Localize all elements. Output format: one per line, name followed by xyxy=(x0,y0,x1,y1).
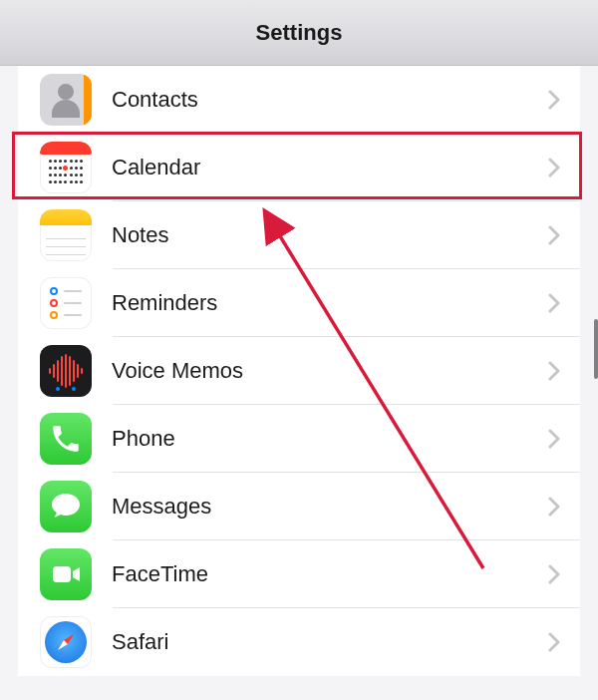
svg-point-10 xyxy=(72,387,76,391)
notes-icon xyxy=(40,209,92,261)
row-phone[interactable]: Phone xyxy=(18,405,580,473)
voice-memos-icon xyxy=(40,345,92,397)
page-title: Settings xyxy=(256,20,343,46)
chevron-right-icon xyxy=(548,90,560,110)
contacts-icon xyxy=(40,74,92,126)
row-label: Safari xyxy=(112,629,548,655)
row-calendar[interactable]: Calendar xyxy=(18,134,580,201)
chevron-right-icon xyxy=(548,361,560,381)
svg-rect-11 xyxy=(53,566,71,582)
chevron-right-icon xyxy=(548,497,560,517)
row-facetime[interactable]: FaceTime xyxy=(18,540,580,608)
phone-icon xyxy=(40,413,92,465)
header: Settings xyxy=(0,0,598,66)
row-contacts[interactable]: Contacts xyxy=(18,66,580,134)
row-notes[interactable]: Notes xyxy=(18,201,580,269)
row-safari[interactable]: Safari xyxy=(18,608,580,676)
row-label: Messages xyxy=(112,494,548,520)
chevron-right-icon xyxy=(548,632,560,652)
chevron-right-icon xyxy=(548,158,560,177)
chevron-right-icon xyxy=(548,293,560,313)
chevron-right-icon xyxy=(548,564,560,584)
facetime-icon xyxy=(40,548,92,600)
row-label: Contacts xyxy=(112,87,548,113)
scroll-indicator xyxy=(594,319,598,379)
row-label: FaceTime xyxy=(112,561,548,587)
reminders-icon xyxy=(40,277,92,329)
chevron-right-icon xyxy=(548,429,560,449)
row-label: Phone xyxy=(112,426,548,452)
svg-point-9 xyxy=(56,387,60,391)
safari-icon xyxy=(40,616,92,668)
calendar-icon xyxy=(40,142,92,193)
row-reminders[interactable]: Reminders xyxy=(18,269,580,337)
row-label: Notes xyxy=(112,222,548,248)
row-messages[interactable]: Messages xyxy=(18,473,580,540)
row-label: Voice Memos xyxy=(112,358,548,384)
settings-list: Contacts Calendar Notes xyxy=(18,66,580,676)
chevron-right-icon xyxy=(548,225,560,245)
row-voice-memos[interactable]: Voice Memos xyxy=(18,337,580,405)
row-label: Calendar xyxy=(112,155,548,180)
messages-icon xyxy=(40,481,92,532)
row-label: Reminders xyxy=(112,290,548,316)
